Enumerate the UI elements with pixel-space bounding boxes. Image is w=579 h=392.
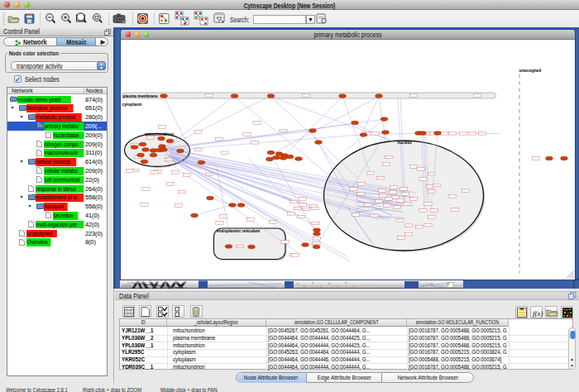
svg-text:f(x): f(x) — [533, 309, 543, 318]
svg-text:cytoplasm: cytoplasm — [122, 103, 141, 107]
svg-text:plasma membrane: plasma membrane — [122, 93, 157, 98]
svg-text:unassigned: unassigned — [519, 69, 541, 73]
svg-text:endoplasmic reticulum: endoplasmic reticulum — [217, 228, 260, 232]
svg-text:mitochondrion: mitochondrion — [145, 131, 174, 136]
svg-text:nucleus: nucleus — [397, 141, 412, 145]
